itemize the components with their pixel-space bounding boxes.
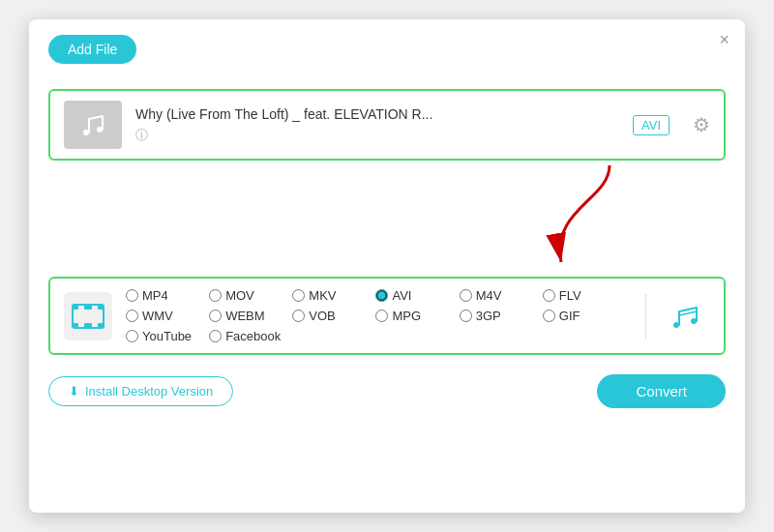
svg-rect-7 [98, 323, 104, 328]
format-option-vob[interactable]: VOB [292, 309, 375, 323]
format-label-webm: WEBM [225, 309, 264, 323]
format-label-facebook: Facebook [225, 329, 281, 343]
close-button[interactable]: × [719, 31, 729, 48]
file-info: Why (Live From The Loft) _ feat. ELEVATI… [135, 106, 619, 144]
music-note-icon [77, 109, 108, 140]
format-divider [645, 294, 646, 339]
format-icon-box [64, 292, 112, 340]
svg-rect-5 [98, 305, 104, 310]
format-grid: MP4 MOV MKV AVI M4V FLV [126, 288, 626, 343]
info-icon[interactable]: ⓘ [135, 128, 148, 142]
svg-rect-4 [73, 305, 78, 310]
format-option-youtube[interactable]: YouTube [126, 329, 209, 343]
format-option-mov[interactable]: MOV [209, 288, 292, 303]
bottom-bar: ⬇ Install Desktop Version Convert [48, 374, 726, 408]
arrow-area [48, 161, 726, 277]
file-title: Why (Live From The Loft) _ feat. ELEVATI… [135, 106, 619, 122]
format-label-m4v: M4V [476, 288, 502, 303]
file-thumbnail [64, 101, 122, 149]
svg-rect-8 [84, 305, 92, 310]
format-option-wmv[interactable]: WMV [126, 309, 209, 323]
convert-button[interactable]: Convert [597, 374, 726, 408]
format-label-mp4: MP4 [142, 288, 168, 303]
format-label-mpg: MPG [392, 309, 421, 323]
format-label-wmv: WMV [142, 309, 173, 323]
film-icon [71, 299, 105, 334]
svg-point-10 [673, 322, 679, 328]
format-option-webm[interactable]: WEBM [209, 309, 292, 323]
svg-point-0 [83, 130, 89, 135]
add-file-button[interactable]: Add File [48, 35, 136, 64]
main-dialog: × Add File Why (Live From The Loft) _ fe… [29, 19, 745, 513]
download-icon: ⬇ [69, 384, 79, 399]
format-option-gif[interactable]: GIF [543, 309, 626, 323]
file-row: Why (Live From The Loft) _ feat. ELEVATI… [48, 89, 726, 161]
audio-icon-box[interactable] [666, 294, 710, 339]
format-option-m4v[interactable]: M4V [460, 288, 543, 303]
format-label-avi: AVI [392, 288, 411, 303]
format-option-flv[interactable]: FLV [543, 288, 626, 303]
red-arrow [532, 161, 648, 277]
format-label-gif: GIF [559, 309, 580, 323]
format-option-mkv[interactable]: MKV [292, 288, 375, 303]
format-label-youtube: YouTube [142, 329, 192, 343]
install-desktop-button[interactable]: ⬇ Install Desktop Version [48, 376, 233, 406]
svg-rect-6 [73, 323, 78, 328]
install-label: Install Desktop Version [85, 384, 213, 399]
format-option-avi[interactable]: AVI [375, 288, 459, 303]
format-label-flv: FLV [559, 288, 581, 303]
gear-icon[interactable]: ⚙ [693, 113, 710, 136]
svg-point-1 [97, 127, 103, 133]
format-option-facebook[interactable]: Facebook [209, 329, 292, 343]
format-label-mov: MOV [225, 288, 254, 303]
format-label-vob: VOB [309, 309, 335, 323]
format-row: MP4 MOV MKV AVI M4V FLV [48, 277, 726, 355]
format-option-mp4[interactable]: MP4 [126, 288, 209, 303]
format-option-mpg[interactable]: MPG [375, 309, 459, 323]
format-option-3gp[interactable]: 3GP [460, 309, 543, 323]
svg-point-11 [691, 318, 697, 324]
format-label-mkv: MKV [309, 288, 336, 303]
audio-icon [671, 300, 704, 333]
format-label-3gp: 3GP [476, 309, 501, 323]
svg-rect-9 [84, 323, 92, 328]
format-badge[interactable]: AVI [633, 115, 670, 135]
